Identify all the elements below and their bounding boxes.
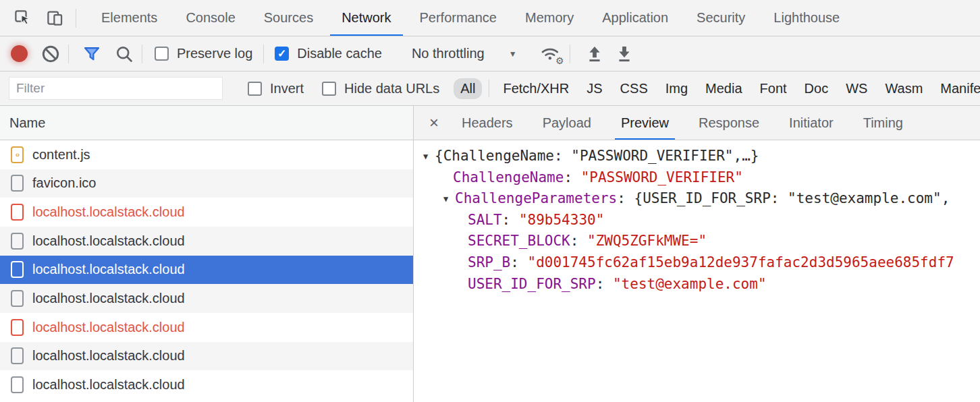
network-request-row[interactable]: localhost.localstack.cloud — [0, 256, 413, 285]
type-filter-manifest[interactable]: Manifest — [933, 78, 980, 99]
network-request-row[interactable]: localhost.localstack.cloud — [0, 370, 413, 399]
type-filter-js[interactable]: JS — [580, 78, 609, 99]
json-plain-token: : — [596, 276, 613, 292]
json-string-token: "test@example.com" — [613, 276, 767, 292]
chevron-down-icon: ▼ — [509, 49, 517, 59]
json-key-token: SRP_B — [468, 254, 510, 270]
json-plain-token: : — [502, 212, 519, 228]
document-icon — [11, 347, 24, 364]
document-icon — [11, 175, 24, 192]
filter-bar: Invert Hide data URLs AllFetch/XHRJSCSSI… — [0, 71, 980, 106]
main-tab-bar: ElementsConsoleSourcesNetworkPerformance… — [0, 0, 980, 36]
detail-tab-response[interactable]: Response — [699, 106, 759, 140]
json-key-token: USER_ID_FOR_SRP — [468, 276, 596, 292]
json-plain-token: : {USER_ID_FOR_SRP: "test@example.com", — [617, 190, 950, 206]
tab-memory[interactable]: Memory — [511, 0, 588, 36]
preview-tree-line[interactable]: SALT: "89b54330" — [414, 210, 980, 231]
inspect-element-button[interactable] — [12, 8, 32, 28]
type-filter-all[interactable]: All — [454, 78, 482, 99]
type-filter-img[interactable]: Img — [659, 78, 695, 99]
network-request-row[interactable]: ‹›content.js — [0, 140, 413, 169]
import-har-button[interactable] — [585, 45, 604, 63]
type-filter-fetch-xhr[interactable]: Fetch/XHR — [496, 78, 576, 99]
network-request-row[interactable]: localhost.localstack.cloud — [0, 313, 413, 342]
tab-console[interactable]: Console — [171, 0, 249, 36]
type-filter-css[interactable]: CSS — [614, 78, 655, 99]
type-filter-font[interactable]: Font — [753, 78, 794, 99]
preview-tree-line[interactable]: SECRET_BLOCK: "ZWQ5ZGFkMWE=" — [414, 231, 980, 252]
network-request-row[interactable]: localhost.localstack.cloud — [0, 227, 413, 256]
preview-tree-line[interactable]: ▼{ChallengeName: "PASSWORD_VERIFIER",…} — [414, 146, 980, 167]
device-toolbar-button[interactable] — [45, 8, 65, 28]
device-toolbar-icon — [46, 9, 64, 27]
document-icon — [11, 290, 24, 307]
type-filter-ws[interactable]: WS — [839, 78, 874, 99]
divider — [263, 45, 264, 63]
hide-data-urls-checkbox[interactable]: Hide data URLs — [322, 81, 439, 96]
script-icon: ‹› — [11, 146, 24, 163]
tab-performance[interactable]: Performance — [406, 0, 512, 36]
preview-tree-line[interactable]: ChallengeName: "PASSWORD_VERIFIER" — [414, 167, 980, 189]
throttling-value: No throttling — [412, 46, 485, 61]
document-icon — [11, 376, 24, 393]
tab-network[interactable]: Network — [327, 0, 405, 36]
checkbox-unchecked-icon — [322, 82, 336, 96]
close-icon: × — [429, 113, 439, 132]
network-request-row[interactable]: localhost.localstack.cloud — [0, 284, 413, 313]
tab-sources[interactable]: Sources — [250, 0, 327, 36]
filter-toggle-button[interactable] — [82, 45, 101, 63]
invert-checkbox[interactable]: Invert — [248, 81, 304, 96]
column-header-name[interactable]: Name — [0, 106, 413, 140]
search-button[interactable] — [115, 45, 134, 63]
type-filter-media[interactable]: Media — [699, 78, 748, 99]
detail-tab-initiator[interactable]: Initiator — [789, 106, 834, 140]
network-request-row[interactable]: favicon.ico — [0, 169, 413, 198]
request-name: localhost.localstack.cloud — [32, 262, 185, 277]
divider — [489, 80, 489, 97]
preserve-log-checkbox[interactable]: Preserve log — [155, 46, 252, 61]
record-network-log-button[interactable] — [11, 45, 28, 62]
filter-input[interactable] — [9, 77, 223, 100]
network-request-row[interactable]: localhost.localstack.cloud — [0, 342, 413, 371]
tab-lighthouse[interactable]: Lighthouse — [759, 0, 854, 36]
inspect-cursor-icon — [13, 9, 32, 27]
divider — [76, 9, 76, 28]
detail-tab-payload[interactable]: Payload — [543, 106, 591, 140]
preview-tree-line[interactable]: ▼ChallengeParameters: {USER_ID_FOR_SRP: … — [414, 188, 980, 210]
network-toolbar: Preserve log ✓ Disable cache No throttli… — [0, 36, 980, 71]
request-rows: ‹›content.jsfavicon.icolocalhost.localst… — [0, 140, 413, 402]
tab-security[interactable]: Security — [682, 0, 759, 36]
detail-tab-headers[interactable]: Headers — [462, 106, 513, 140]
tab-elements[interactable]: Elements — [87, 0, 171, 36]
network-content: Name ‹›content.jsfavicon.icolocalhost.lo… — [0, 106, 980, 402]
clear-network-log-button[interactable] — [41, 45, 60, 63]
detail-tab-bar: × HeadersPayloadPreviewResponseInitiator… — [414, 106, 980, 140]
request-name: favicon.ico — [32, 175, 97, 191]
record-icon — [11, 45, 28, 62]
preview-tree-line[interactable]: SRP_B: "d001745fc62af15eb9a12de937fafac2… — [414, 252, 980, 274]
request-name: localhost.localstack.cloud — [32, 233, 185, 249]
network-request-row[interactable]: localhost.localstack.cloud — [0, 198, 413, 227]
tab-application[interactable]: Application — [588, 0, 682, 36]
clear-icon — [41, 45, 60, 63]
preview-tree-line[interactable]: USER_ID_FOR_SRP: "test@example.com" — [414, 274, 980, 295]
type-filter-doc[interactable]: Doc — [798, 78, 836, 99]
invert-label: Invert — [270, 81, 304, 96]
expander-triangle-icon[interactable]: ▼ — [423, 146, 435, 168]
detail-tab-preview[interactable]: Preview — [621, 106, 669, 140]
expander-triangle-icon[interactable]: ▼ — [443, 189, 455, 210]
network-conditions-button[interactable]: ⚙ — [540, 45, 562, 63]
detail-tab-timing[interactable]: Timing — [863, 106, 903, 140]
document-icon — [11, 261, 24, 278]
close-detail-button[interactable]: × — [429, 106, 439, 140]
search-icon — [115, 45, 134, 63]
type-filter-wasm[interactable]: Wasm — [878, 78, 929, 99]
request-type-filters: AllFetch/XHRJSCSSImgMediaFontDocWSWasmMa… — [452, 78, 980, 99]
request-name: localhost.localstack.cloud — [32, 320, 185, 335]
export-har-button[interactable] — [615, 45, 634, 63]
throttling-select[interactable]: No throttling ▼ — [412, 46, 517, 61]
json-key-token: SALT — [468, 212, 502, 228]
tab-bar-icons — [0, 8, 87, 28]
main-tabs: ElementsConsoleSourcesNetworkPerformance… — [87, 0, 854, 36]
disable-cache-checkbox[interactable]: ✓ Disable cache — [275, 46, 382, 61]
